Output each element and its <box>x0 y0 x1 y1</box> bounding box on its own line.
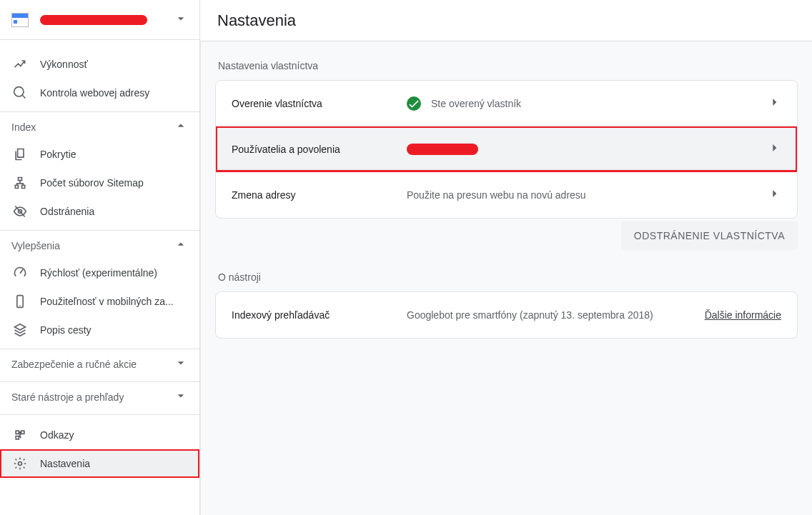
page-header: Nastavenia <box>200 0 812 41</box>
nav-item-label: Použiteľnosť v mobilných za... <box>40 296 188 307</box>
svg-point-1 <box>19 305 21 306</box>
nav-item-label: Rýchlosť (experimentálne) <box>40 267 188 279</box>
sidebar: Výkonnosť Kontrola webovej adresy Index … <box>0 0 200 515</box>
remove-property-button[interactable]: Odstránenie vlastníctva <box>621 221 798 250</box>
chevron-down-icon <box>174 389 188 405</box>
page-title: Nastavenia <box>217 11 296 30</box>
caret-down-icon <box>174 11 188 29</box>
nav-item-sitemaps[interactable]: Počet súborov Sitemap <box>0 169 199 197</box>
card-about: Indexový prehľadávač Googlebot pre smart… <box>215 291 798 339</box>
nav-item-speed[interactable]: Rýchlosť (experimentálne) <box>0 259 199 287</box>
check-circle-icon <box>407 96 421 111</box>
gear-icon <box>11 455 29 472</box>
nav-item-label: Pokrytie <box>40 149 188 160</box>
nav-section-label: Index <box>11 121 174 133</box>
nav-item-performance[interactable]: Výkonnosť <box>0 50 199 79</box>
nav-section-legacy-tools[interactable]: Staré nástroje a prehľady <box>0 381 199 410</box>
nav-section-label: Staré nástroje a prehľady <box>11 391 174 403</box>
chevron-right-icon <box>767 186 781 204</box>
nav-item-mobile-usability[interactable]: Použiteľnosť v mobilných za... <box>0 287 199 316</box>
row-title: Indexový prehľadávač <box>232 309 407 321</box>
property-icon <box>11 13 29 27</box>
property-selector[interactable] <box>0 0 199 40</box>
nav-item-label: Odstránenia <box>40 206 188 217</box>
nav-item-breadcrumb[interactable]: Popis cesty <box>0 316 199 344</box>
row-change-address[interactable]: Zmena adresy Použite na presun webu na n… <box>216 172 797 218</box>
chevron-right-icon <box>767 141 781 158</box>
nav-section-security[interactable]: Zabezpečenie a ručné akcie <box>0 349 199 377</box>
section-title-about: O nástroji <box>218 271 798 283</box>
nav-item-links[interactable]: Odkazy <box>0 421 199 449</box>
row-status: Ste overený vlastník <box>407 96 767 111</box>
nav-item-label: Počet súborov Sitemap <box>40 177 188 189</box>
row-status: Googlebot pre smartfóny (zapnutý 13. sep… <box>407 309 693 321</box>
main-body: Nastavenia vlastníctva Overenie vlastníc… <box>200 41 812 515</box>
after-card-actions: Odstránenie vlastníctva <box>215 221 798 250</box>
mobile-icon <box>11 293 29 310</box>
chevron-down-icon <box>174 356 188 372</box>
breadcrumb-icon <box>11 321 29 339</box>
row-title: Zmena adresy <box>232 189 407 201</box>
nav-item-removals[interactable]: Odstránenia <box>0 197 199 226</box>
nav-item-coverage[interactable]: Pokrytie <box>0 140 199 169</box>
trend-icon <box>11 56 29 73</box>
property-name-redacted <box>40 15 147 25</box>
speed-icon <box>11 264 29 281</box>
row-status-redacted <box>407 144 478 155</box>
chevron-up-icon <box>174 119 188 135</box>
row-users-permissions[interactable]: Používatelia a povolenia <box>216 126 797 172</box>
chevron-up-icon <box>174 237 188 254</box>
row-status-text: Googlebot pre smartfóny (zapnutý 13. sep… <box>407 309 653 321</box>
more-info-link[interactable]: Ďalšie informácie <box>705 309 781 321</box>
row-status <box>407 144 767 155</box>
section-title-property: Nastavenia vlastníctva <box>218 60 798 71</box>
card-property-settings: Overenie vlastníctva Ste overený vlastní… <box>215 80 798 219</box>
row-status-text: Použite na presun webu na novú adresu <box>407 189 586 201</box>
row-ownership-verification[interactable]: Overenie vlastníctva Ste overený vlastní… <box>216 81 797 126</box>
nav-section-label: Zabezpečenie a ručné akcie <box>11 359 174 370</box>
row-title: Používatelia a povolenia <box>232 144 407 155</box>
search-icon <box>11 84 29 101</box>
nav-section-enhancements[interactable]: Vylepšenia <box>0 230 199 259</box>
nav-item-label: Výkonnosť <box>40 59 188 70</box>
row-title: Overenie vlastníctva <box>232 98 407 109</box>
links-icon <box>11 426 29 444</box>
nav-item-label: Nastavenia <box>40 458 188 469</box>
row-status-text: Ste overený vlastník <box>431 98 521 109</box>
nav-section-index[interactable]: Index <box>0 111 199 140</box>
sitemap-icon <box>11 174 29 191</box>
chevron-right-icon <box>767 95 781 112</box>
hide-icon <box>11 203 29 220</box>
nav-item-label: Odkazy <box>40 429 188 441</box>
nav-item-label: Popis cesty <box>40 324 188 336</box>
nav-item-settings[interactable]: Nastavenia <box>0 449 199 478</box>
sidebar-nav: Výkonnosť Kontrola webovej adresy Index … <box>0 40 199 515</box>
row-crawler[interactable]: Indexový prehľadávač Googlebot pre smart… <box>216 292 797 338</box>
copy-icon <box>11 146 29 163</box>
row-status: Použite na presun webu na novú adresu <box>407 189 767 201</box>
svg-point-2 <box>19 462 22 466</box>
main: Nastavenia Nastavenia vlastníctva Overen… <box>200 0 812 515</box>
nav-item-label: Kontrola webovej adresy <box>40 87 188 99</box>
nav-section-label: Vylepšenia <box>11 240 174 251</box>
nav-item-url-inspection[interactable]: Kontrola webovej adresy <box>0 79 199 107</box>
